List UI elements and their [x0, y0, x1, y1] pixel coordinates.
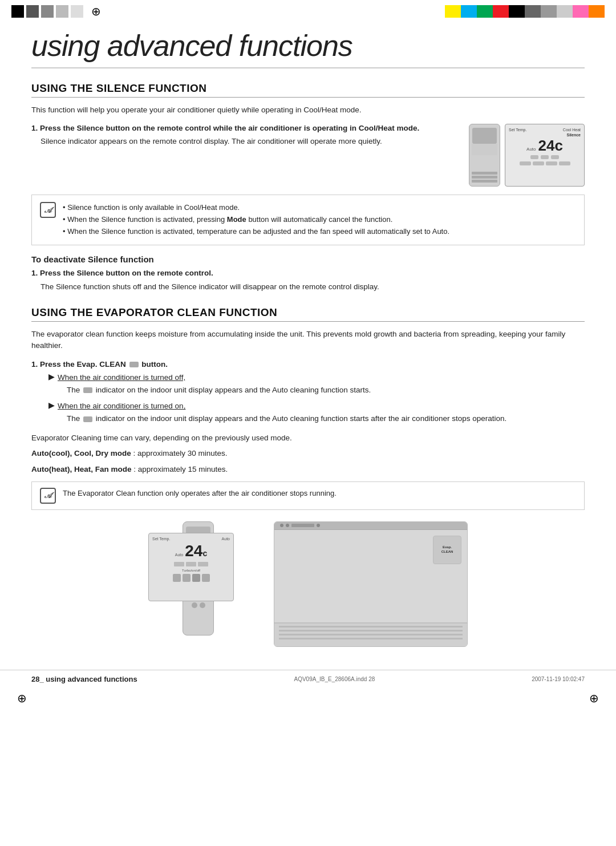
set-temp-label: Set Temp. [509, 128, 526, 132]
reg-square-lighter-gray [71, 5, 83, 18]
timing1-rest: : approximately 30 minutes. [131, 449, 228, 458]
bottom-auto-label: Auto [222, 537, 230, 541]
evap-note-box: 𝒜 The Evaporator Clean function only ope… [31, 481, 585, 510]
footer-page-number: 28_ using advanced functions [31, 675, 137, 683]
remote-bottom-buttons [509, 161, 581, 165]
deactivate-sub-text: The Silence function shuts off and the S… [40, 281, 585, 293]
remote-bottom-btn-3 [546, 161, 557, 165]
bottom-temp-row: Auto 24 c [152, 542, 230, 560]
arrow1-heading-text: When the air conditioner is turned off, [58, 373, 185, 382]
remote-bottom-btn-2 [533, 161, 544, 165]
silence-indicator-label: Silence [509, 133, 581, 137]
timing-intro-text: Evaporator Cleaning time can vary, depen… [31, 432, 585, 444]
swatch-mid-gray [541, 5, 557, 18]
swatch-orange [589, 5, 605, 18]
silence-note-3: When the Silence function is activated, … [63, 226, 449, 238]
bottom-display-btns [152, 562, 230, 566]
swatch-light-gray [557, 5, 573, 18]
bottom-remote-small-buttons [183, 602, 213, 608]
swatch-green [477, 5, 493, 18]
silence-step1-sub: Silence indicator appears on the remote … [40, 136, 448, 147]
remote-btn-2 [541, 155, 549, 159]
swatch-black [509, 5, 525, 18]
evap-step1: 1. Press the Evap. CLEAN button. [31, 360, 585, 369]
silence-notes-content: Silence function is only available in Co… [63, 202, 449, 237]
ac-body: Evap.CLEAN [274, 530, 467, 624]
bottom-display-panel: Set Temp. Auto Auto 24 c Turbo/on/o [148, 533, 234, 601]
top-registration-bar: ⊕ [0, 0, 616, 23]
timing2-rest: : approximately 15 minutes. [132, 465, 228, 473]
disp-btn-2 [186, 562, 196, 566]
bottom-remote-container: Set Temp. Auto Auto 24 c Turbo/on/o [148, 521, 262, 647]
silence-notes-box: 𝒜 Silence function is only available in … [31, 195, 585, 245]
remote-btn-3 [551, 155, 559, 159]
reg-square-dark-gray [26, 5, 39, 18]
ac-indicator-2 [286, 524, 289, 527]
bottom-set-temp: Set Temp. [152, 537, 170, 541]
timing-line-2: Auto(heat), Heat, Fan mode : approximate… [31, 463, 585, 476]
mode-bold: Mode [227, 215, 246, 224]
evap-section-heading: USING THE EVAPORATOR CLEAN FUNCTION [31, 306, 585, 322]
swatch-pink [573, 5, 589, 18]
row-btn-4 [202, 574, 210, 582]
silence-section-heading: USING THE SILENCE FUNCTION [31, 82, 585, 98]
footer-filename: AQV09A_IB_E_28606A.indd 28 [294, 676, 375, 682]
swatch-dark-gray [525, 5, 541, 18]
remote-small-display [472, 144, 497, 155]
cool-heat-label: Cool Heat [563, 128, 581, 132]
silence-step1-text: 1. Press the Silence button on the remot… [31, 124, 448, 187]
silence-note-1: Silence function is only available in Co… [63, 202, 449, 214]
bottom-crosshair-icon: ⊕ [17, 691, 27, 705]
remote-temp-display: Auto 24c [509, 138, 581, 153]
note-icon: 𝒜 [40, 202, 56, 218]
bottom-nav-area: Turbo/on/off [152, 569, 230, 572]
evap-clean-button-label: Evap.CLEAN [441, 545, 453, 554]
evap-note-icon: 𝒜 [40, 488, 56, 504]
grill-line-2 [279, 630, 463, 632]
ac-grill [274, 624, 467, 646]
reg-square-black [11, 5, 24, 18]
remote-auto-label: Auto [526, 147, 536, 152]
bottom-row-btns [152, 574, 230, 582]
arrow2-heading: When the air conditioner is turned on, [58, 400, 185, 412]
page-main-title: using advanced functions [31, 29, 585, 68]
swatch-cyan [461, 5, 477, 18]
evaporator-clean-section: USING THE EVAPORATOR CLEAN FUNCTION The … [31, 306, 585, 646]
arrow1-heading: When the air conditioner is turned off, [58, 372, 185, 383]
evap-clean-bold: Evap. CLEAN [77, 360, 126, 369]
arrow2-symbol: ▶ [48, 401, 54, 410]
deactivate-step: 1. Press the Silence button on the remot… [31, 269, 585, 277]
swatch-yellow [445, 5, 461, 18]
crosshair-icon: ⊕ [91, 5, 101, 18]
evap-intro-text: The evaporator clean function keeps mois… [31, 329, 585, 352]
remote-button-row [509, 155, 581, 159]
bottom-crosshair-icon-right: ⊕ [589, 691, 599, 705]
ac-top-strip [274, 522, 467, 530]
bottom-temp-num: 24 [185, 542, 202, 560]
swatch-red [493, 5, 509, 18]
silence-deactivate-bold: Silence [77, 269, 104, 277]
ac-display-strip [291, 524, 314, 527]
page-content: using advanced functions USING THE SILEN… [0, 23, 616, 664]
remote-small-device [469, 124, 500, 187]
ac-indicator-3 [317, 524, 320, 527]
arrow2-heading-text: When the air conditioner is turned on, [58, 402, 185, 410]
bottom-registration-bar: ⊕ ⊕ [0, 688, 616, 709]
evap-arrow1: ▶ When the air conditioner is turned off… [48, 372, 585, 383]
silence-remote-image: Set Temp. Cool Heat Silence Auto 24c [459, 124, 585, 187]
grill-line-1 [279, 626, 463, 628]
bottom-display-top: Set Temp. Auto [152, 537, 230, 541]
evap-indicator-icon-1 [83, 387, 92, 393]
footer-date: 2007-11-19 10:02:47 [532, 676, 585, 682]
evap-note-content: The Evaporator Clean function only opera… [63, 488, 337, 504]
remote-display-inner: Set Temp. Cool Heat Silence Auto 24c [505, 124, 584, 169]
bottom-nav-label: Turbo/on/off [182, 569, 200, 572]
timing-line-1: Auto(cool), Cool, Dry mode : approximate… [31, 447, 585, 460]
evap-clean-button-area: Evap.CLEAN [433, 536, 461, 564]
color-swatches-right [445, 5, 605, 18]
arrow2-sub-text: The indicator on the indoor unit display… [67, 413, 585, 424]
ac-indicator-1 [280, 524, 283, 527]
arrow1-symbol: ▶ [48, 373, 54, 381]
arrow1-sub-text: The indicator on the indoor unit display… [67, 384, 585, 396]
row-btn-2 [183, 574, 191, 582]
